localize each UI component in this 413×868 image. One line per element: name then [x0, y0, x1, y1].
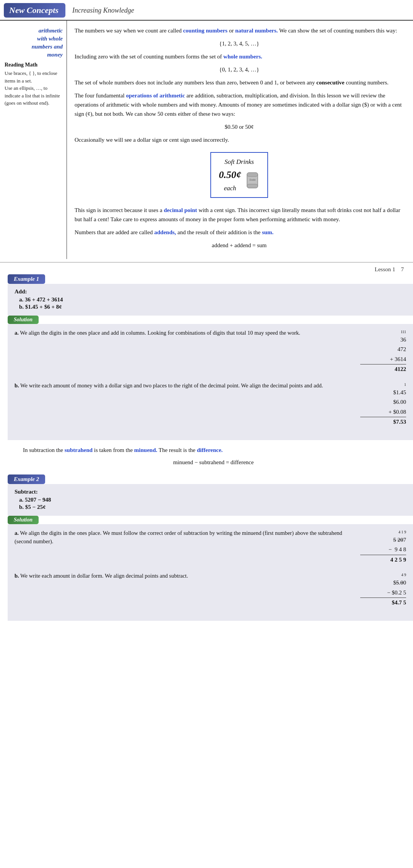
page-header: New Concepts Increasing Knowledge [0, 0, 413, 21]
solution2-box: a. We align the digits in the ones place… [8, 524, 413, 621]
lesson-label: Lesson 1 [375, 266, 395, 273]
solution1-b-row: b. We write each amount of money with a … [15, 381, 406, 427]
soft-drinks-price: 0.50¢ [219, 167, 241, 183]
example2-section: Example 2 Subtract: a. 5207 − 948 b. $5 … [8, 474, 413, 621]
paragraph-3: The set of whole numbers does not includ… [75, 78, 404, 87]
soft-drinks-title: Soft Drinks [219, 157, 260, 167]
example1-box: Add: a. 36 + 472 + 3614 b. $1.45 + $6 + … [8, 284, 413, 316]
subtraction-intro: In subtraction the subtrahend is taken f… [0, 440, 413, 474]
svg-rect-2 [247, 184, 258, 188]
can-icon: Soda [245, 170, 260, 190]
header-subtitle: Increasing Knowledge [72, 6, 134, 15]
solution2-a-text: a. We align the digits in the ones place… [15, 529, 353, 546]
example1-a: a. 36 + 472 + 3614 [19, 296, 406, 303]
sidebar-topic: arithmeticwith wholenumbers andmoney [5, 27, 63, 59]
term-whole-numbers: whole numbers. [223, 53, 262, 60]
term-counting-numbers: counting numbers [183, 28, 228, 34]
solution1-b-text: b. We write each amount of money with a … [15, 381, 353, 390]
paragraph-2: Including zero with the set of counting … [75, 52, 404, 61]
lesson-number-row: Lesson 1 7 [0, 262, 413, 274]
term-decimal-point: decimal point [164, 207, 197, 213]
subtraction-intro-p: In subtraction the subtrahend is taken f… [23, 445, 404, 455]
content-area: The numbers we say when we count are cal… [67, 21, 413, 259]
solution1-a-math: 111 36 472 + 3614 4122 [360, 329, 406, 374]
paragraph-4: The four fundamental operations of arith… [75, 91, 404, 118]
term-difference: difference. [197, 447, 223, 453]
example2-badge: Example 2 [8, 474, 45, 484]
lesson-page: 7 [401, 266, 404, 273]
example1-section: Example 1 Add: a. 36 + 472 + 3614 b. $1.… [8, 274, 413, 440]
solution1-box: a. We align the digits in the ones place… [8, 324, 413, 440]
svg-text:Soda: Soda [249, 178, 255, 181]
term-subtrahend: subtrahend [65, 447, 93, 453]
counting-set-display: {1, 2, 3, 4, 5, …} [75, 39, 404, 48]
term-addends: addends, [154, 229, 176, 235]
example2-label: Subtract: [15, 489, 406, 495]
term-operations: operations of arithmetic [126, 92, 185, 99]
new-concepts-badge: New Concepts [4, 3, 65, 18]
main-content: arithmeticwith wholenumbers andmoney Rea… [0, 21, 413, 259]
solution2-a-row: a. We align the digits in the ones place… [15, 529, 406, 565]
solution2-a-math: 4 1 9 5 207 − 9 4 8 4 2 5 9 [360, 529, 406, 565]
term-minuend: minuend. [134, 447, 157, 453]
solution1-b-math: 1 $1.45 $6.00 + $0.08 $7.53 [360, 381, 406, 427]
solution2-badge: Solution [8, 516, 39, 524]
reading-math-heading: Reading Math [5, 62, 63, 68]
solution2-b-row: b. We write each amount in dollar form. … [15, 572, 406, 608]
term-natural-numbers: natural numbers. [235, 28, 278, 34]
solution2-b-text: b. We write each amount in dollar form. … [15, 572, 353, 580]
example2-b: b. $5 − 25¢ [19, 504, 406, 510]
term-consecutive: consecutive [316, 79, 344, 86]
svg-rect-1 [247, 173, 258, 177]
paragraph-6: This sign is incorrect because it uses a… [75, 206, 404, 224]
solution1-badge: Solution [8, 316, 39, 324]
example1-label: Add: [15, 288, 406, 295]
paragraph-1: The numbers we say when we count are cal… [75, 26, 404, 35]
reading-math-text: Use braces, { }, to enclose items in a s… [5, 70, 63, 107]
term-sum: sum. [262, 229, 273, 235]
paragraph-7: Numbers that are added are called addend… [75, 228, 404, 237]
paragraph-5: Occasionally we will see a dollar sign o… [75, 135, 404, 144]
example2-a: a. 5207 − 948 [19, 497, 406, 503]
soft-drinks-each: each [219, 183, 241, 193]
example1-b: b. $1.45 + $6 + 8¢ [19, 304, 406, 310]
money-display: $0.50 or 50¢ [75, 122, 404, 131]
sidebar: arithmeticwith wholenumbers andmoney Rea… [0, 21, 67, 259]
soft-drinks-container: Soft Drinks 0.50¢ each Soda [75, 148, 404, 202]
addend-formula: addend + addend = sum [75, 241, 404, 250]
subtraction-formula: minuend − subtrahend = difference [23, 458, 404, 467]
solution1-a-row: a. We align the digits in the ones place… [15, 329, 406, 374]
solution2-b-math: 4 9 $5.00 − $0.2 5 $4.7 5 [360, 572, 406, 608]
example2-box: Subtract: a. 5207 − 948 b. $5 − 25¢ [8, 484, 413, 516]
soft-drinks-box: Soft Drinks 0.50¢ each Soda [210, 152, 268, 198]
example1-badge: Example 1 [8, 274, 45, 284]
solution1-a-text: a. We align the digits in the ones place… [15, 329, 353, 337]
whole-set-display: {0, 1, 2, 3, 4, …} [75, 65, 404, 74]
